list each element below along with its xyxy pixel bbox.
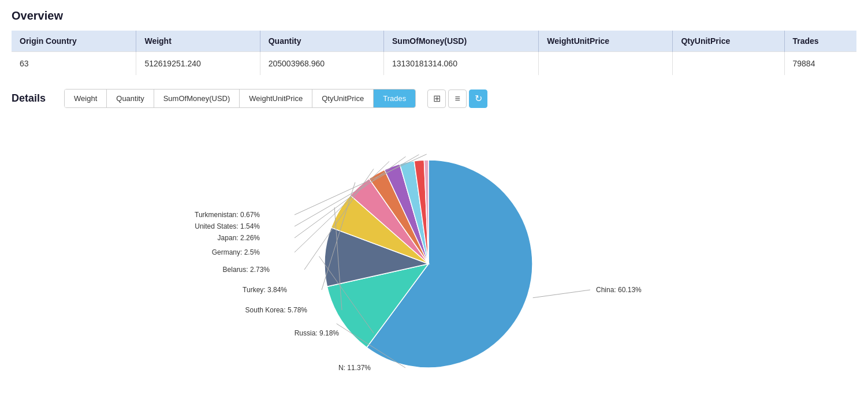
tab-sumofmoney-usd-[interactable]: SumOfMoney(USD) [154,89,240,107]
cell-5 [673,52,784,76]
tab-trades[interactable]: Trades [374,89,415,107]
leader-line-0 [532,290,590,298]
slice-label-7: Japan: 2.26% [217,234,260,242]
tab-group[interactable]: WeightQuantitySumOfMoney(USD)WeightUnitP… [64,89,416,108]
slice-label-0: China: 60.13% [596,286,642,294]
col-header-qtyunitprice: QtyUnitPrice [673,31,784,52]
tab-qtyunitprice[interactable]: QtyUnitPrice [312,89,374,107]
table-icon[interactable]: ⊞ [427,89,446,108]
col-header-trades: Trades [784,31,856,52]
chart-area: China: 60.13%N: 11.37%Russia: 9.18%South… [12,120,856,397]
slice-label-6: Germany: 2.5% [211,248,260,256]
col-header-origin-country: Origin Country [12,31,136,52]
col-header-weightunitprice: WeightUnitPrice [539,31,673,52]
cell-4 [539,52,673,76]
details-title: Details [12,92,46,105]
tab-weight[interactable]: Weight [65,89,107,107]
col-header-sumofmoney-usd-: SumOfMoney(USD) [384,31,539,52]
cell-6: 79884 [784,52,856,76]
icon-group[interactable]: ⊞≡↻ [427,89,487,108]
col-header-quantity: Quantity [260,31,383,52]
slice-label-1: N: 11.37% [338,364,370,372]
slice-label-8: United States: 1.54% [195,222,260,230]
tab-weightunitprice[interactable]: WeightUnitPrice [240,89,312,107]
cell-3: 13130181314.060 [384,52,539,76]
overview-title: Overview [12,9,856,23]
col-header-weight: Weight [136,31,260,52]
slice-label-9: Turkmenistan: 0.67% [195,211,260,219]
cell-2: 205003968.960 [260,52,383,76]
slice-label-5: Belarus: 2.73% [222,266,270,274]
slice-label-3: South Korea: 5.78% [245,306,307,314]
details-header: Details WeightQuantitySumOfMoney(USD)Wei… [12,89,856,108]
slice-label-4: Turkey: 3.84% [243,286,287,294]
refresh-icon[interactable]: ↻ [469,89,487,108]
cell-1: 512619251.240 [136,52,260,76]
slice-label-2: Russia: 9.18% [294,329,339,337]
cell-0: 63 [12,52,136,76]
list-icon[interactable]: ≡ [448,89,467,108]
tab-quantity[interactable]: Quantity [107,89,154,107]
overview-table: Origin CountryWeightQuantitySumOfMoney(U… [12,31,856,75]
